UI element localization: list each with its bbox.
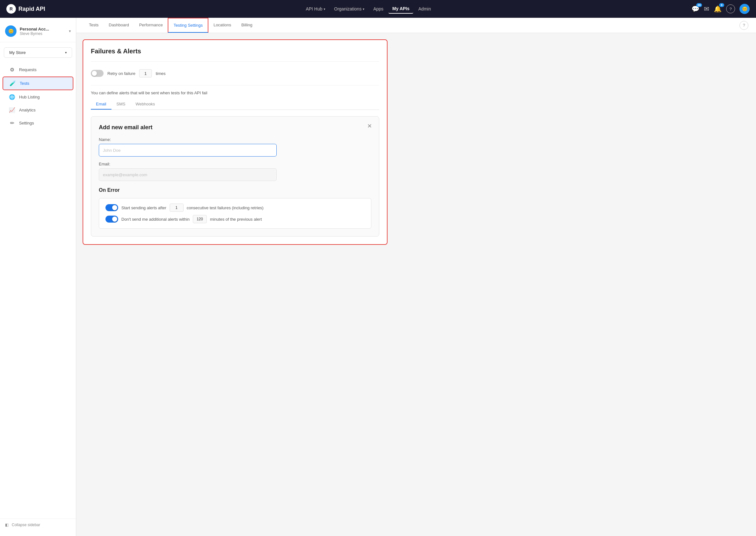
retry-row: Retry on failure 1 times xyxy=(91,67,379,80)
messages-badge: 39 xyxy=(696,3,702,7)
tab-billing[interactable]: Billing xyxy=(236,18,258,33)
sidebar-item-label: Hub Listing xyxy=(19,95,40,99)
tab-locations[interactable]: Locations xyxy=(208,18,236,33)
main-layout: 😊 Personal Acc... Steve Byrnes ▾ My Stor… xyxy=(0,18,756,536)
avatar-initials: 😊 xyxy=(742,6,747,12)
main-content: Failures & Alerts Retry on failure 1 tim… xyxy=(76,33,756,536)
account-info: Personal Acc... Steve Byrnes xyxy=(20,27,66,36)
name-input[interactable] xyxy=(99,144,277,156)
divider-2 xyxy=(91,85,379,85)
help-icon[interactable]: ? xyxy=(726,4,735,13)
close-alert-button[interactable]: ✕ xyxy=(365,121,374,130)
account-name: Personal Acc... xyxy=(20,27,66,31)
alert-description: You can define alerts that will be sent … xyxy=(91,90,379,95)
add-alert-card: Add new email alert ✕ Name: Email: On Er… xyxy=(91,116,379,237)
requests-icon: ⚙ xyxy=(9,67,15,73)
notifications-icon[interactable]: 🔔 8 xyxy=(714,5,722,13)
retry-toggle[interactable] xyxy=(91,70,104,77)
account-sub: Steve Byrnes xyxy=(20,31,66,36)
navbar-nav: API Hub ▾ Organizations ▾ Apps My APIs A… xyxy=(54,4,683,14)
on-error-row1-before: Start sending alerts after xyxy=(121,205,166,210)
store-selector[interactable]: My Store ▾ xyxy=(4,47,72,58)
analytics-icon: 📈 xyxy=(9,107,15,113)
retry-label-after: times xyxy=(155,71,165,76)
name-form-group: Name: xyxy=(99,137,371,156)
navbar: R Rapid API API Hub ▾ Organizations ▾ Ap… xyxy=(0,0,756,18)
tab-tests[interactable]: Tests xyxy=(84,18,104,33)
tabs-help-icon[interactable]: ? xyxy=(739,21,748,30)
user-avatar[interactable]: 😊 xyxy=(739,4,750,14)
sidebar-footer: ◧ Collapse sidebar xyxy=(0,519,76,531)
section-title: Failures & Alerts xyxy=(91,48,379,55)
navbar-actions: 💬 39 ✉ 🔔 8 ? 😊 xyxy=(692,4,750,14)
email-form-group: Email: xyxy=(99,162,371,181)
content-area: Tests Dashboard Performance Testing Sett… xyxy=(76,18,756,536)
collapse-label: Collapse sidebar xyxy=(12,523,40,527)
tabs-bar: Tests Dashboard Performance Testing Sett… xyxy=(76,18,756,33)
logo-text: Rapid API xyxy=(18,6,45,13)
failures-alerts-card: Failures & Alerts Retry on failure 1 tim… xyxy=(83,39,388,245)
tab-dashboard[interactable]: Dashboard xyxy=(104,18,134,33)
collapse-sidebar-button[interactable]: ◧ Collapse sidebar xyxy=(5,523,71,527)
sidebar-item-analytics[interactable]: 📈 Analytics xyxy=(3,104,73,116)
nav-item-apps[interactable]: Apps xyxy=(369,4,387,13)
chevron-down-icon: ▾ xyxy=(363,7,364,11)
sidebar-item-label: Requests xyxy=(19,67,37,72)
sidebar-item-settings[interactable]: ✏ Settings xyxy=(3,117,73,129)
email-label: Email: xyxy=(99,162,371,166)
on-error-title: On Error xyxy=(99,187,371,193)
logo-icon: R xyxy=(6,4,16,14)
on-error-row-1: Start sending alerts after 1 consecutive… xyxy=(105,204,365,212)
on-error-row-2: Don't send me additional alerts within 1… xyxy=(105,215,365,223)
logo[interactable]: R Rapid API xyxy=(6,4,45,14)
account-selector[interactable]: 😊 Personal Acc... Steve Byrnes ▾ xyxy=(0,23,76,42)
chevron-down-icon: ▾ xyxy=(324,7,325,11)
on-error-box: Start sending alerts after 1 consecutive… xyxy=(99,198,371,229)
on-error-section: On Error Start sending alerts after 1 co… xyxy=(99,187,371,229)
alert-tabs: Email SMS Webhooks xyxy=(91,99,379,110)
nav-item-apihub[interactable]: API Hub ▾ xyxy=(302,4,329,13)
nav-item-organizations[interactable]: Organizations ▾ xyxy=(330,4,368,13)
sidebar-item-label: Analytics xyxy=(19,108,36,113)
email-icon[interactable]: ✉ xyxy=(704,5,709,13)
tests-icon: 🧪 xyxy=(10,80,16,86)
on-error-row2-before: Don't send me additional alerts within xyxy=(121,217,189,222)
sidebar-item-label: Settings xyxy=(19,121,34,125)
account-avatar: 😊 xyxy=(5,25,17,37)
notifications-badge: 8 xyxy=(719,3,724,7)
no-additional-alerts-toggle[interactable] xyxy=(105,216,118,222)
name-label: Name: xyxy=(99,137,371,142)
collapse-icon: ◧ xyxy=(5,523,9,527)
settings-icon: ✏ xyxy=(9,120,15,126)
sidebar-nav: ⚙ Requests 🧪 Tests 🌐 Hub Listing 📈 Analy… xyxy=(0,60,76,519)
retry-number-input[interactable]: 1 xyxy=(139,69,152,78)
alert-tab-sms[interactable]: SMS xyxy=(112,99,130,110)
on-error-row1-number[interactable]: 1 xyxy=(170,204,184,212)
messages-icon[interactable]: 💬 39 xyxy=(692,5,700,13)
sidebar-item-hub-listing[interactable]: 🌐 Hub Listing xyxy=(3,91,73,103)
hub-listing-icon: 🌐 xyxy=(9,94,15,100)
sidebar-item-label: Tests xyxy=(20,81,29,86)
tab-testing-settings[interactable]: Testing Settings xyxy=(168,18,208,33)
sidebar-item-requests[interactable]: ⚙ Requests xyxy=(3,63,73,76)
retry-label-before: Retry on failure xyxy=(107,71,135,76)
nav-item-admin[interactable]: Admin xyxy=(415,4,435,13)
nav-item-myapis[interactable]: My APIs xyxy=(389,4,413,14)
account-chevron-icon: ▾ xyxy=(69,29,71,33)
on-error-row2-number[interactable]: 120 xyxy=(193,215,207,223)
divider xyxy=(91,61,379,62)
sidebar-item-tests[interactable]: 🧪 Tests xyxy=(3,77,73,90)
alert-tab-webhooks[interactable]: Webhooks xyxy=(130,99,160,110)
email-input[interactable] xyxy=(99,168,277,181)
store-chevron-icon: ▾ xyxy=(65,51,67,54)
tab-performance[interactable]: Performance xyxy=(134,18,168,33)
store-name: My Store xyxy=(9,50,26,55)
on-error-row2-after: minutes of the previous alert xyxy=(210,217,262,222)
start-alerts-toggle[interactable] xyxy=(105,204,118,211)
alert-tab-email[interactable]: Email xyxy=(91,99,112,110)
sidebar: 😊 Personal Acc... Steve Byrnes ▾ My Stor… xyxy=(0,18,76,536)
add-alert-title: Add new email alert xyxy=(99,124,371,131)
on-error-row1-after: consecutive test failures (including ret… xyxy=(187,205,264,210)
